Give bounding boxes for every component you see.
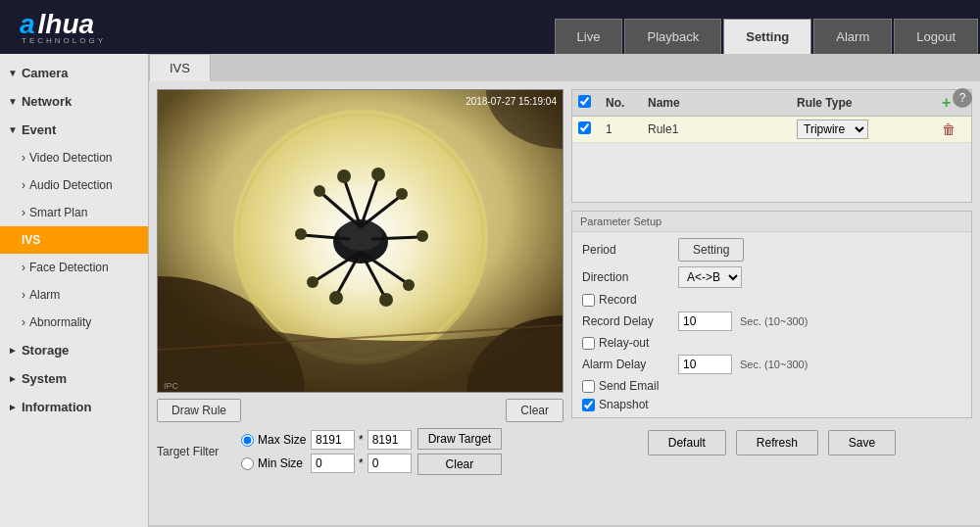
tab-alarm[interactable]: Alarm <box>813 19 892 54</box>
send-email-label: Send Email <box>582 379 659 393</box>
alarm-delay-label: Alarm Delay <box>582 358 670 371</box>
svg-point-24 <box>307 276 318 288</box>
target-filter: Target Filter Max Size * M <box>157 428 564 475</box>
logo-subtitle: TECHNOLOGY <box>22 36 106 45</box>
sidebar-item-event[interactable]: ▼ Event <box>0 116 148 144</box>
rules-table: No. Name Rule Type + 1 Rule1 <box>571 89 972 203</box>
snapshot-text: Snapshot <box>599 398 649 411</box>
record-check-label: Record <box>582 293 637 307</box>
period-setting-button[interactable]: Setting <box>678 238 744 262</box>
tab-playback[interactable]: Playback <box>624 19 721 54</box>
svg-text:IPC: IPC <box>164 381 179 391</box>
param-body: Period Setting Direction A->B B->A A<->B <box>572 232 971 417</box>
sidebar-item-camera[interactable]: ▼ Camera <box>0 59 148 87</box>
col-rule-type: Rule Type <box>797 96 934 110</box>
sidebar-item-ivs[interactable]: IVS <box>0 226 148 254</box>
content-body: IPC 2018-07-27 15:19:04 Draw Rule Clear … <box>149 81 980 525</box>
separator: * <box>359 433 364 447</box>
min-height-input[interactable] <box>368 454 412 473</box>
tab-logout[interactable]: Logout <box>894 19 978 54</box>
min-size-row: Min Size * <box>241 454 412 473</box>
period-label: Period <box>582 243 670 257</box>
snapshot-checkbox[interactable] <box>582 399 595 411</box>
record-delay-hint: Sec. (10~300) <box>740 315 808 327</box>
alarm-delay-hint: Sec. (10~300) <box>740 359 808 370</box>
help-icon[interactable]: ? <box>953 88 972 108</box>
sidebar-item-abnormality[interactable]: › Abnormality <box>0 309 148 336</box>
send-email-checkbox[interactable] <box>582 380 595 393</box>
min-width-input[interactable] <box>311 454 355 473</box>
svg-point-20 <box>314 185 325 197</box>
period-row: Period Setting <box>582 238 961 262</box>
direction-select[interactable]: A->B B->A A<->B <box>678 266 742 288</box>
rule-type-select[interactable]: Tripwire Intrusion <box>797 120 934 139</box>
direction-row: Direction A->B B->A A<->B <box>582 266 961 288</box>
sidebar-item-alarm[interactable]: › Alarm <box>0 281 148 309</box>
arrow-icon: ▼ <box>8 124 18 135</box>
video-panel: IPC 2018-07-27 15:19:04 Draw Rule Clear … <box>157 89 564 517</box>
svg-line-17 <box>371 237 420 239</box>
tab-setting[interactable]: Setting <box>723 19 811 54</box>
arrow-icon: ► <box>8 402 18 412</box>
record-delay-row: Record Delay Sec. (10~300) <box>582 311 961 331</box>
sidebar-item-storage[interactable]: ► Storage <box>0 336 148 364</box>
alarm-delay-input[interactable] <box>678 355 732 374</box>
sidebar-item-face-detection[interactable]: › Face Detection <box>0 254 148 281</box>
draw-rule-button[interactable]: Draw Rule <box>157 399 241 422</box>
target-filter-label: Target Filter <box>157 445 235 458</box>
tab-live[interactable]: Live <box>555 19 623 54</box>
size-options: Max Size * Min Size * <box>241 430 412 473</box>
relay-out-checkbox[interactable] <box>582 337 595 350</box>
chevron-icon: › <box>22 178 25 192</box>
save-button[interactable]: Save <box>828 430 896 455</box>
arrow-icon: ► <box>8 373 18 384</box>
sidebar-item-smart-plan[interactable]: › Smart Plan <box>0 199 148 226</box>
max-width-input[interactable] <box>311 430 355 450</box>
sidebar-item-audio-detection[interactable]: › Audio Detection <box>0 171 148 199</box>
sidebar-item-network[interactable]: ▼ Network <box>0 87 148 116</box>
header: a lhua TECHNOLOGY Live Playback Setting … <box>0 0 980 54</box>
sidebar-item-system[interactable]: ► System <box>0 364 148 393</box>
rules-table-header: No. Name Rule Type + <box>572 90 971 117</box>
default-button[interactable]: Default <box>648 430 726 455</box>
max-height-input[interactable] <box>368 430 412 450</box>
bottom-buttons: Default Refresh Save <box>571 430 972 455</box>
record-delay-label: Record Delay <box>582 314 670 328</box>
arrow-icon: ► <box>8 345 18 356</box>
rule-row: 1 Rule1 Tripwire Intrusion 🗑 <box>572 117 971 143</box>
clear-target-button[interactable]: Clear <box>417 454 502 475</box>
rule-type-dropdown[interactable]: Tripwire Intrusion <box>797 120 868 139</box>
parameter-setup: Parameter Setup Period Setting Direction <box>571 211 972 418</box>
sidebar-item-video-detection[interactable]: › Video Detection <box>0 144 148 171</box>
direction-label: Direction <box>582 270 670 284</box>
record-delay-input[interactable] <box>678 311 732 331</box>
all-rules-checkbox[interactable] <box>578 95 591 108</box>
relay-out-row: Relay-out <box>582 336 961 350</box>
alarm-delay-row: Alarm Delay Sec. (10~300) <box>582 355 961 374</box>
draw-target-button[interactable]: Draw Target <box>417 428 502 450</box>
record-checkbox[interactable] <box>582 294 595 307</box>
snapshot-label: Snapshot <box>582 398 649 411</box>
refresh-button[interactable]: Refresh <box>736 430 818 455</box>
max-size-row: Max Size * <box>241 430 412 450</box>
content-tabs: IVS <box>149 54 980 81</box>
delete-rule-button[interactable]: 🗑 <box>942 121 965 137</box>
nav-tabs: Live Playback Setting Alarm Logout <box>555 0 980 54</box>
send-email-row: Send Email <box>582 379 961 393</box>
svg-point-27 <box>416 230 428 242</box>
right-panel: No. Name Rule Type + 1 Rule1 <box>571 89 972 517</box>
video-controls: Draw Rule Clear <box>157 399 564 422</box>
arrow-icon: ▼ <box>8 96 18 107</box>
clear-video-button[interactable]: Clear <box>506 399 564 422</box>
svg-point-21 <box>396 188 408 200</box>
sidebar-item-information[interactable]: ► Information <box>0 393 148 421</box>
svg-point-26 <box>295 228 307 240</box>
svg-point-23 <box>379 293 393 307</box>
record-row: Record <box>582 293 961 307</box>
rule-checkbox[interactable] <box>578 121 591 134</box>
min-size-radio[interactable] <box>241 457 254 470</box>
max-size-radio[interactable] <box>241 434 254 447</box>
svg-point-25 <box>403 279 415 291</box>
col-name: Name <box>648 96 789 110</box>
tab-ivs[interactable]: IVS <box>149 54 211 81</box>
